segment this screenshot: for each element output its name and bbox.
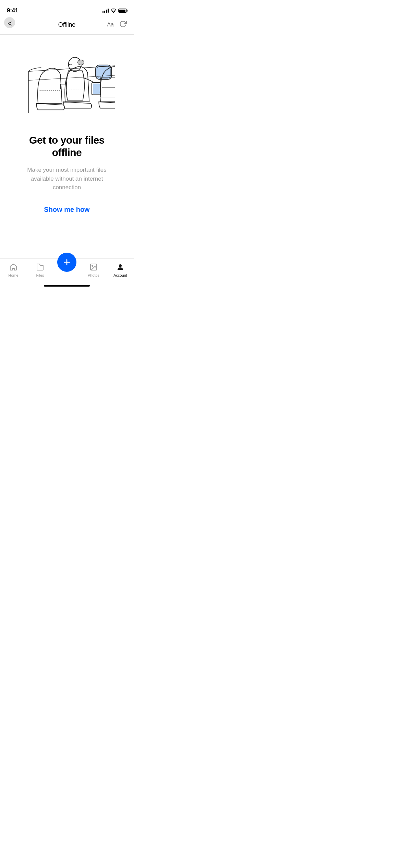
nav-bar: < Offline Aa [0, 16, 134, 34]
wifi-icon [111, 9, 116, 13]
offline-illustration [19, 45, 115, 120]
tab-files-label: Files [36, 273, 44, 277]
tab-add[interactable] [53, 257, 80, 272]
files-icon [35, 262, 45, 272]
account-icon [116, 262, 125, 272]
refresh-button[interactable] [119, 20, 127, 29]
tab-home[interactable]: Home [0, 262, 27, 277]
status-time: 9:41 [7, 7, 18, 14]
svg-point-1 [78, 60, 84, 65]
svg-rect-3 [93, 84, 100, 94]
main-heading: Get to your files offline [14, 134, 120, 159]
home-indicator [44, 285, 90, 287]
signal-icon [102, 9, 109, 13]
page-title: Offline [58, 21, 75, 28]
tab-account-label: Account [113, 273, 127, 277]
show-me-how-button[interactable]: Show me how [40, 202, 93, 217]
tab-account[interactable]: Account [107, 262, 134, 277]
battery-icon [118, 9, 127, 13]
back-button[interactable]: < [8, 19, 12, 28]
main-content: Get to your files offline Make your most… [0, 35, 134, 217]
home-icon [9, 262, 18, 272]
main-subtext: Make your most important files available… [14, 166, 120, 192]
tab-photos[interactable]: Photos [80, 262, 107, 277]
nav-actions: Aa [107, 20, 127, 29]
font-size-button[interactable]: Aa [107, 22, 114, 28]
tab-home-label: Home [8, 273, 18, 277]
photos-icon [89, 262, 98, 272]
svg-point-10 [119, 264, 122, 267]
tab-files[interactable]: Files [27, 262, 53, 277]
svg-point-9 [92, 265, 93, 266]
add-button[interactable] [57, 253, 76, 272]
svg-rect-4 [96, 65, 112, 80]
status-icons [102, 9, 127, 13]
tab-photos-label: Photos [88, 273, 99, 277]
status-bar: 9:41 [0, 0, 134, 16]
